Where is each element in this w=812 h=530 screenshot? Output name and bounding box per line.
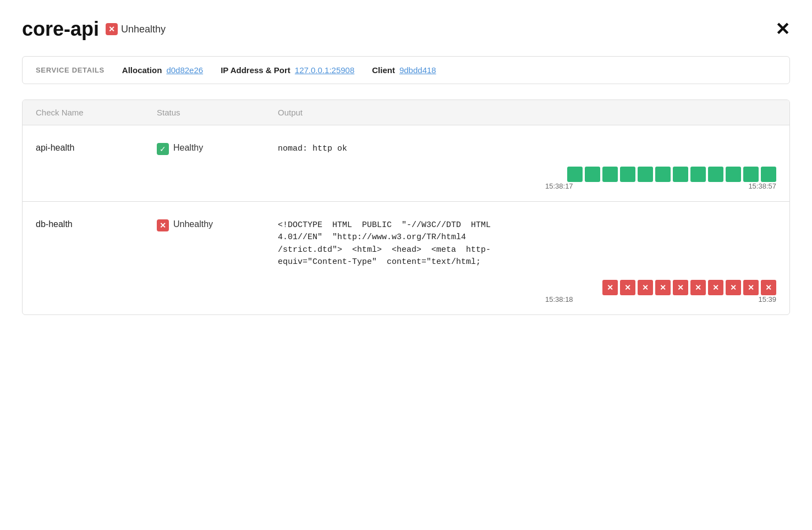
check-output-api: nomad: http ok (278, 141, 776, 156)
healthy-icon-api: ✓ (157, 143, 169, 155)
unhealthy-icon-db: ✕ (157, 219, 169, 231)
timeline-block-red: ✕ (708, 280, 723, 295)
timeline-block (655, 167, 671, 182)
timeline-start-db: 15:38:18 (545, 295, 573, 303)
allocation-detail: Allocation d0d82e26 (122, 65, 203, 75)
timeline-start-api: 15:38:17 (545, 182, 573, 190)
service-details-label: SERVICE DETAILS (36, 66, 105, 74)
timeline-block-red: ✕ (673, 280, 688, 295)
service-details-bar: SERVICE DETAILS Allocation d0d82e26 IP A… (22, 56, 790, 84)
check-row-api-health: api-health ✓ Healthy nomad: http ok (23, 125, 789, 202)
page-header: core-api ✕ Unhealthy ✕ (22, 18, 790, 41)
timeline-blocks-db: ✕ ✕ ✕ ✕ ✕ ✕ ✕ ✕ ✕ ✕ (602, 280, 776, 295)
timeline-api: 15:38:17 15:38:57 (36, 167, 776, 190)
timeline-block (743, 167, 759, 182)
check-row-db-health: db-health ✕ Unhealthy <!DOCTYPE HTML PUB… (23, 202, 789, 314)
timeline-db: ✕ ✕ ✕ ✕ ✕ ✕ ✕ ✕ ✕ ✕ 15:38:18 15:39 (36, 280, 776, 303)
timeline-block-red: ✕ (638, 280, 653, 295)
timeline-block (690, 167, 706, 182)
timeline-block (567, 167, 583, 182)
check-name-api-health: api-health (36, 141, 157, 156)
timeline-block (673, 167, 688, 182)
timeline-block (638, 167, 653, 182)
col-check-name: Check Name (36, 108, 157, 117)
status-text-api: Healthy (173, 143, 203, 153)
timeline-block (620, 167, 635, 182)
client-label: Client (372, 65, 395, 75)
timeline-block (708, 167, 723, 182)
ip-value[interactable]: 127.0.0.1:25908 (295, 65, 354, 75)
timeline-block-red: ✕ (620, 280, 635, 295)
timeline-block (761, 167, 776, 182)
status-badge: ✕ Unhealthy (106, 23, 166, 35)
check-name-db-health: db-health (36, 217, 157, 269)
col-output: Output (278, 108, 776, 117)
allocation-label: Allocation (122, 65, 162, 75)
unhealthy-icon: ✕ (106, 23, 118, 35)
col-status: Status (157, 108, 278, 117)
client-value[interactable]: 9dbdd418 (399, 65, 436, 75)
timeline-block-red: ✕ (761, 280, 776, 295)
timeline-labels-api: 15:38:17 15:38:57 (545, 182, 776, 190)
timeline-wrapper-api: 15:38:17 15:38:57 (545, 167, 776, 190)
header-left: core-api ✕ Unhealthy (22, 18, 166, 41)
timeline-block (585, 167, 600, 182)
app-title: core-api (22, 18, 99, 41)
timeline-block-red: ✕ (726, 280, 741, 295)
close-button[interactable]: ✕ (775, 20, 790, 38)
ip-detail: IP Address & Port 127.0.0.1:25908 (221, 65, 354, 75)
client-detail: Client 9dbdd418 (372, 65, 436, 75)
timeline-blocks-api (567, 167, 776, 182)
timeline-labels-db: 15:38:18 15:39 (545, 295, 776, 303)
checks-table-header: Check Name Status Output (23, 100, 789, 125)
timeline-block-red: ✕ (602, 280, 618, 295)
check-status-db-health: ✕ Unhealthy (157, 217, 278, 269)
checks-table: Check Name Status Output api-health ✓ He… (22, 100, 790, 315)
timeline-end-api: 15:38:57 (748, 182, 776, 190)
ip-label: IP Address & Port (221, 65, 290, 75)
timeline-end-db: 15:39 (758, 295, 776, 303)
timeline-wrapper-db: ✕ ✕ ✕ ✕ ✕ ✕ ✕ ✕ ✕ ✕ 15:38:18 15:39 (545, 280, 776, 303)
check-output-db: <!DOCTYPE HTML PUBLIC "-//W3C//DTD HTML … (278, 217, 776, 269)
check-status-api-health: ✓ Healthy (157, 141, 278, 156)
status-text-db: Unhealthy (173, 219, 213, 229)
timeline-block (726, 167, 741, 182)
timeline-block-red: ✕ (690, 280, 706, 295)
timeline-block (602, 167, 618, 182)
timeline-block-red: ✕ (743, 280, 759, 295)
timeline-block-red: ✕ (655, 280, 671, 295)
allocation-value[interactable]: d0d82e26 (166, 65, 203, 75)
header-status-text: Unhealthy (121, 24, 166, 35)
